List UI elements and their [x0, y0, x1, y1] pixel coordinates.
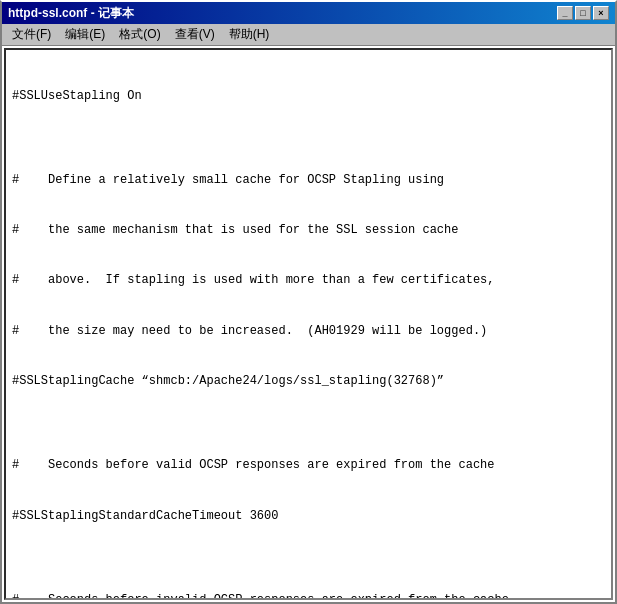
- menu-help[interactable]: 帮助(H): [223, 24, 276, 45]
- menu-edit[interactable]: 编辑(E): [59, 24, 111, 45]
- line-1: #SSLUseStapling On: [12, 88, 605, 105]
- main-window: httpd-ssl.conf - 记事本 _ □ × 文件(F) 编辑(E) 格…: [0, 0, 617, 604]
- minimize-button[interactable]: _: [557, 6, 573, 20]
- line-6: # the size may need to be increased. (AH…: [12, 323, 605, 340]
- line-7: #SSLStaplingCache “shmcb:/Apache24/logs/…: [12, 373, 605, 390]
- line-10: #SSLStaplingStandardCacheTimeout 3600: [12, 508, 605, 525]
- menu-format[interactable]: 格式(O): [113, 24, 166, 45]
- line-12: # Seconds before invalid OCSP responses …: [12, 592, 605, 601]
- menu-view[interactable]: 查看(V): [169, 24, 221, 45]
- code-content: #SSLUseStapling On # Define a relatively…: [12, 54, 605, 600]
- line-5: # above. If stapling is used with more t…: [12, 272, 605, 289]
- menu-bar: 文件(F) 编辑(E) 格式(O) 查看(V) 帮助(H): [2, 24, 615, 46]
- text-content-area[interactable]: #SSLUseStapling On # Define a relatively…: [4, 48, 613, 600]
- line-9: # Seconds before valid OCSP responses ar…: [12, 457, 605, 474]
- window-controls: _ □ ×: [557, 6, 609, 20]
- window-title: httpd-ssl.conf - 记事本: [8, 5, 134, 22]
- title-bar: httpd-ssl.conf - 记事本 _ □ ×: [2, 2, 615, 24]
- line-4: # the same mechanism that is used for th…: [12, 222, 605, 239]
- line-3: # Define a relatively small cache for OC…: [12, 172, 605, 189]
- menu-file[interactable]: 文件(F): [6, 24, 57, 45]
- close-button[interactable]: ×: [593, 6, 609, 20]
- maximize-button[interactable]: □: [575, 6, 591, 20]
